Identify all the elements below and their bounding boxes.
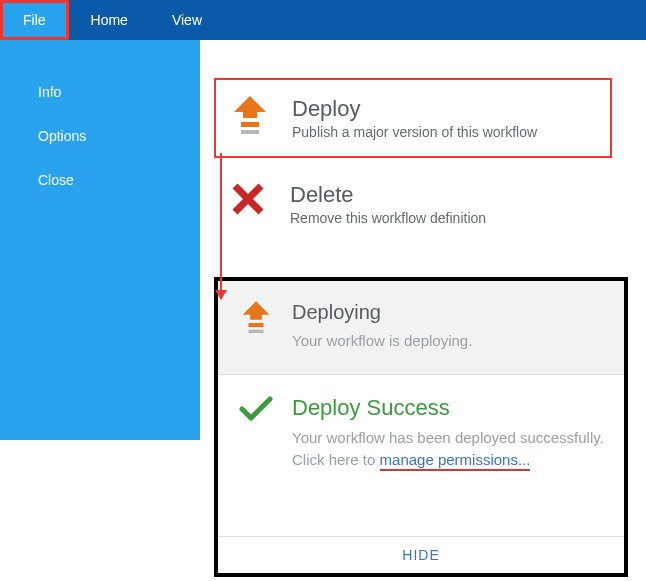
upload-icon (236, 301, 276, 335)
status-success-title: Deploy Success (292, 395, 606, 421)
status-panel: Deploying Your workflow is deploying. De… (214, 277, 628, 577)
svg-rect-7 (249, 330, 264, 333)
sidebar: Info Options Close (0, 40, 200, 440)
tab-home[interactable]: Home (69, 0, 150, 40)
action-deploy-text: Deploy Publish a major version of this w… (292, 96, 537, 140)
sidebar-item-label: Options (38, 128, 86, 144)
svg-rect-6 (249, 323, 264, 327)
tab-home-label: Home (91, 12, 128, 28)
delete-icon (224, 182, 272, 216)
svg-marker-0 (234, 96, 266, 118)
status-success-subtitle: Your workflow has been deployed successf… (292, 427, 606, 471)
tab-view[interactable]: View (150, 0, 224, 40)
action-deploy-title: Deploy (292, 96, 537, 122)
hide-button[interactable]: HIDE (218, 536, 624, 573)
action-delete[interactable]: Delete Remove this workflow definition (214, 166, 612, 242)
sidebar-item-info[interactable]: Info (0, 70, 200, 114)
action-deploy[interactable]: Deploy Publish a major version of this w… (214, 78, 612, 158)
tab-file[interactable]: File (0, 0, 69, 40)
svg-rect-2 (241, 130, 259, 134)
action-delete-title: Delete (290, 182, 486, 208)
status-deploying-subtitle: Your workflow is deploying. (292, 330, 472, 352)
status-deploying-text: Deploying Your workflow is deploying. (292, 301, 472, 352)
sidebar-item-close[interactable]: Close (0, 158, 200, 202)
topbar: File Home View (0, 0, 646, 40)
sidebar-item-options[interactable]: Options (0, 114, 200, 158)
sidebar-item-label: Close (38, 172, 74, 188)
status-success-text: Deploy Success Your workflow has been de… (292, 395, 606, 471)
upload-icon (226, 96, 274, 136)
annotation-arrow (220, 153, 222, 299)
status-deploying-title: Deploying (292, 301, 472, 324)
tab-view-label: View (172, 12, 202, 28)
manage-permissions-link[interactable]: manage permissions... (380, 451, 531, 471)
hide-button-label: HIDE (402, 547, 439, 563)
sidebar-item-label: Info (38, 84, 61, 100)
status-deploying: Deploying Your workflow is deploying. (218, 281, 624, 375)
status-success: Deploy Success Your workflow has been de… (218, 375, 624, 493)
tab-file-label: File (23, 12, 46, 28)
action-delete-subtitle: Remove this workflow definition (290, 210, 486, 226)
svg-rect-1 (241, 122, 259, 127)
svg-marker-5 (243, 301, 270, 319)
action-delete-text: Delete Remove this workflow definition (290, 182, 486, 226)
check-icon (236, 395, 276, 423)
action-deploy-subtitle: Publish a major version of this workflow (292, 124, 537, 140)
content-area: Deploy Publish a major version of this w… (200, 40, 646, 581)
